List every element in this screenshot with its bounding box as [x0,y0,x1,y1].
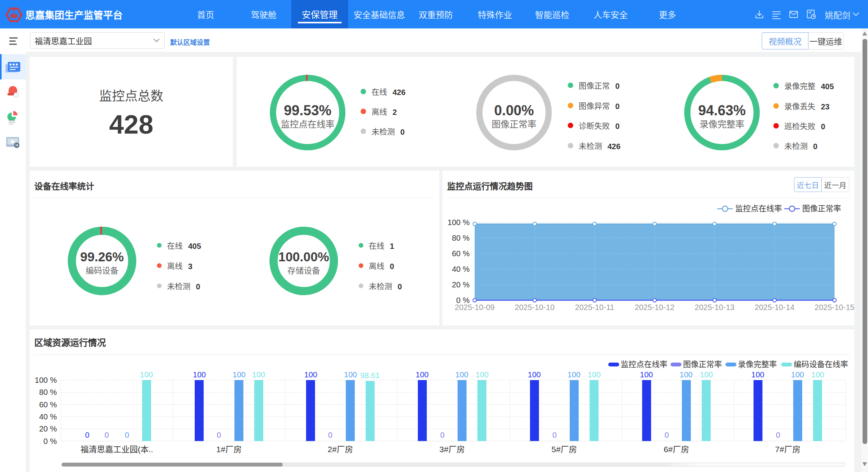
svg-text:2025-10-09: 2025-10-09 [455,301,495,312]
svg-text:监控点在线率: 监控点在线率 [281,117,335,130]
svg-text:100: 100 [416,368,428,380]
svg-text:图像正常率: 图像正常率 [492,117,537,130]
svg-text:100: 100 [252,368,265,380]
svg-text:0: 0 [328,429,332,440]
svg-text:60 %: 60 % [39,398,57,410]
svg-text:100 %: 100 % [35,374,57,385]
svg-text:3#厂房: 3#厂房 [439,443,465,454]
svg-text:60 %: 60 % [452,247,470,259]
svg-text:编码设备在线率: 编码设备在线率 [794,358,848,370]
svg-text:100: 100 [232,368,245,380]
svg-text:7#厂房: 7#厂房 [775,443,800,454]
svg-text:80 %: 80 % [39,386,57,397]
svg-text:5#厂房: 5#厂房 [551,443,577,454]
svg-text:录像完整率: 录像完整率 [700,117,745,130]
svg-text:0: 0 [85,429,89,440]
svg-text:2025-10-10: 2025-10-10 [515,301,555,312]
svg-text:80 %: 80 % [452,232,470,243]
svg-text:2025-10-11: 2025-10-11 [575,301,614,312]
svg-text:0: 0 [125,429,129,440]
svg-text:6#厂房: 6#厂房 [664,443,689,454]
svg-text:100: 100 [193,368,206,380]
svg-text:100: 100 [811,368,824,380]
svg-text:20 %: 20 % [452,278,470,290]
svg-text:0: 0 [440,429,444,440]
svg-text:100: 100 [304,368,317,380]
svg-text:100: 100 [528,368,541,380]
svg-text:100.00%: 100.00% [278,247,329,265]
svg-text:98.61: 98.61 [360,369,380,380]
svg-text:2025-10-13: 2025-10-13 [695,301,734,312]
svg-text:40 %: 40 % [39,410,57,422]
svg-text:20 %: 20 % [39,423,57,434]
svg-text:100: 100 [640,368,653,380]
svg-text:94.63%: 94.63% [698,99,746,119]
svg-text:福清思嘉工业园(本..: 福清思嘉工业园(本.. [81,443,153,454]
svg-text:0: 0 [104,429,109,440]
svg-text:0 %: 0 % [44,435,57,446]
svg-text:100 %: 100 % [447,216,470,227]
svg-text:100: 100 [588,368,600,380]
svg-text:图像正常率: 图像正常率 [802,203,841,214]
svg-text:0: 0 [552,429,556,440]
svg-text:100: 100 [680,368,692,380]
svg-text:100: 100 [140,368,153,380]
svg-text:0: 0 [217,429,221,440]
svg-text:2#厂房: 2#厂房 [327,443,353,454]
svg-text:100: 100 [567,368,580,380]
svg-text:2025-10-15: 2025-10-15 [815,301,854,312]
svg-text:录像完整率: 录像完整率 [738,358,777,370]
svg-text:100: 100 [751,368,764,380]
svg-text:2025-10-12: 2025-10-12 [635,301,674,312]
svg-text:100: 100 [455,368,468,380]
svg-text:存储设备: 存储设备 [287,264,320,276]
svg-text:2025-10-14: 2025-10-14 [755,301,794,312]
svg-text:100: 100 [344,368,357,380]
svg-text:99.26%: 99.26% [80,247,124,265]
svg-text:0.00%: 0.00% [494,99,534,119]
svg-text:监控点在线率: 监控点在线率 [735,203,782,214]
svg-text:1#厂房: 1#厂房 [216,443,241,454]
svg-text:100: 100 [700,368,713,380]
svg-text:监控点在线率: 监控点在线率 [621,358,667,370]
svg-text:0: 0 [776,429,780,440]
svg-text:40 %: 40 % [452,263,470,274]
svg-text:图像正常率: 图像正常率 [683,358,722,370]
svg-text:100: 100 [475,368,488,380]
svg-text:99.53%: 99.53% [284,99,331,119]
svg-text:100: 100 [791,368,804,380]
svg-text:编码设备: 编码设备 [86,264,118,276]
svg-text:0: 0 [664,429,669,440]
